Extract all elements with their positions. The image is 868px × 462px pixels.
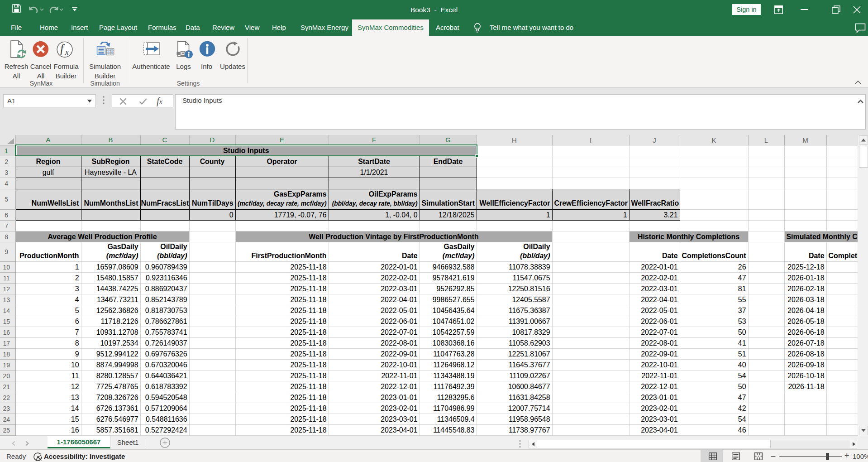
svg-text:x: x — [65, 47, 69, 57]
